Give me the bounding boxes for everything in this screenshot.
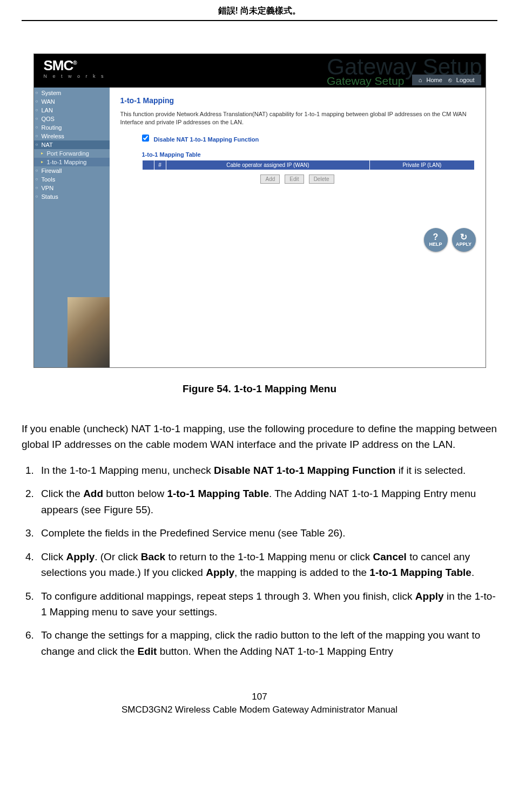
header-actions: ⌂Home ⎋Logout (412, 75, 481, 85)
step-2-bold-b: Add (83, 488, 103, 499)
step-6: To change the settings for a mapping, cl… (37, 627, 497, 659)
page-number: 107 (22, 692, 497, 702)
step-4-bold-f: Cancel (373, 551, 407, 562)
step-4: Click Apply. (Or click Back to return to… (37, 549, 497, 581)
content-title: 1-to-1 Mapping (120, 96, 475, 105)
router-sidebar: System WAN LAN QOS Routing Wireless NAT … (34, 88, 110, 367)
sidebar-item-tools[interactable]: Tools (34, 175, 110, 184)
sidebar-item-lan[interactable]: LAN (34, 106, 110, 115)
th-wan-ip: Cable operator assigned IP (WAN) (166, 160, 370, 170)
round-action-buttons: ? HELP ↻ APPLY (424, 228, 476, 252)
edit-button[interactable]: Edit (285, 175, 304, 184)
figure-caption: Figure 54. 1-to-1 Mapping Menu (22, 383, 497, 395)
router-ui-screenshot: SMC® N e t w o r k s Gateway Setup Gatew… (33, 53, 486, 368)
apply-icon: ↻ (460, 233, 467, 241)
th-select (142, 160, 154, 170)
step-4-bold-d: Back (141, 551, 165, 562)
disable-mapping-checkbox[interactable] (142, 135, 149, 142)
step-2: Click the Add button below 1-to-1 Mappin… (37, 486, 497, 518)
sidebar-item-routing[interactable]: Routing (34, 123, 110, 132)
logo-subtext: N e t w o r k s (44, 73, 106, 79)
help-button[interactable]: ? HELP (424, 228, 448, 252)
content-description: This function provide Network Address Tr… (120, 110, 475, 127)
step-4-text-k: . (471, 567, 474, 578)
table-button-row: Add Edit Delete (120, 175, 475, 184)
footer-title: SMCD3GN2 Wireless Cable Modem Gateway Ad… (22, 704, 497, 715)
intro-paragraph: If you enable (uncheck) NAT 1-to-1 mappi… (22, 421, 497, 453)
home-icon: ⌂ (419, 77, 422, 83)
sidebar-item-vpn[interactable]: VPN (34, 184, 110, 192)
mapping-table: # Cable operator assigned IP (WAN) Priva… (142, 160, 475, 170)
step-5: To configure additional mappings, repeat… (37, 588, 497, 620)
step-6-text-c: button. When the Adding NAT 1-to-1 Mappi… (157, 646, 393, 657)
sidebar-sub-1to1-mapping[interactable]: 1-to-1 Mapping (34, 158, 110, 166)
apply-label: APPLY (456, 241, 471, 247)
mapping-table-label: 1-to-1 Mapping Table (142, 151, 475, 158)
help-icon: ? (433, 233, 439, 241)
step-2-bold-d: 1-to-1 Mapping Table (167, 488, 269, 499)
home-link[interactable]: Home (426, 77, 442, 83)
step-1-text-a: In the 1-to-1 Mapping menu, uncheck (41, 465, 214, 476)
sidebar-item-status[interactable]: Status (34, 192, 110, 201)
instruction-list: In the 1-to-1 Mapping menu, uncheck Disa… (22, 462, 497, 659)
step-4-text-c: . (Or click (95, 551, 141, 562)
logo-text: SMC (44, 57, 73, 73)
router-header-bar: SMC® N e t w o r k s Gateway Setup Gatew… (34, 54, 486, 88)
sidebar-item-nat[interactable]: NAT (34, 140, 110, 149)
step-4-bold-b: Apply (66, 551, 95, 562)
logout-link[interactable]: Logout (456, 77, 475, 83)
document-header: 錯誤! 尚未定義樣式。 (22, 5, 497, 21)
step-4-bold-h: Apply (206, 567, 234, 578)
step-4-text-i: , the mapping is added to the (234, 567, 369, 578)
router-body: System WAN LAN QOS Routing Wireless NAT … (34, 88, 486, 367)
th-lan-ip: Private IP (LAN) (370, 160, 474, 170)
help-label: HELP (429, 241, 442, 247)
disable-mapping-row: Disable NAT 1-to-1 Mapping Function (142, 135, 475, 143)
smc-logo: SMC® (44, 57, 77, 74)
step-1-text-c: if it is selected. (395, 465, 466, 476)
step-4-text-e: to return to the 1-to-1 Mapping menu or … (165, 551, 373, 562)
step-5-bold-b: Apply (415, 590, 444, 602)
step-4-text-a: Click (41, 551, 66, 562)
sidebar-sub-port-forwarding[interactable]: Port Forwarding (34, 149, 110, 158)
header-sub-title: Gateway Setup (327, 75, 405, 88)
sidebar-item-firewall[interactable]: Firewall (34, 166, 110, 175)
step-3: Complete the fields in the Predefined Se… (37, 525, 497, 541)
sidebar-item-wan[interactable]: WAN (34, 97, 110, 106)
disable-mapping-label: Disable NAT 1-to-1 Mapping Function (154, 136, 259, 143)
document-footer: 107 SMCD3GN2 Wireless Cable Modem Gatewa… (22, 692, 497, 715)
logout-icon: ⎋ (448, 77, 452, 83)
sidebar-item-wireless[interactable]: Wireless (34, 132, 110, 140)
th-number: # (154, 160, 166, 170)
router-content: 1-to-1 Mapping This function provide Net… (110, 88, 486, 367)
step-6-bold-b: Edit (138, 646, 157, 657)
add-button[interactable]: Add (260, 175, 280, 184)
step-4-bold-j: 1-to-1 Mapping Table (369, 567, 471, 578)
delete-button[interactable]: Delete (309, 175, 334, 184)
apply-button[interactable]: ↻ APPLY (452, 228, 476, 252)
step-1-bold: Disable NAT 1-to-1 Mapping Function (214, 465, 395, 476)
registered-mark: ® (73, 60, 76, 66)
step-5-text-a: To configure additional mappings, repeat… (41, 590, 415, 602)
step-2-text-c: button below (103, 488, 167, 499)
step-1: In the 1-to-1 Mapping menu, uncheck Disa… (37, 462, 497, 478)
sidebar-item-system[interactable]: System (34, 89, 110, 97)
sidebar-item-qos[interactable]: QOS (34, 115, 110, 123)
step-2-text-a: Click the (41, 488, 83, 499)
